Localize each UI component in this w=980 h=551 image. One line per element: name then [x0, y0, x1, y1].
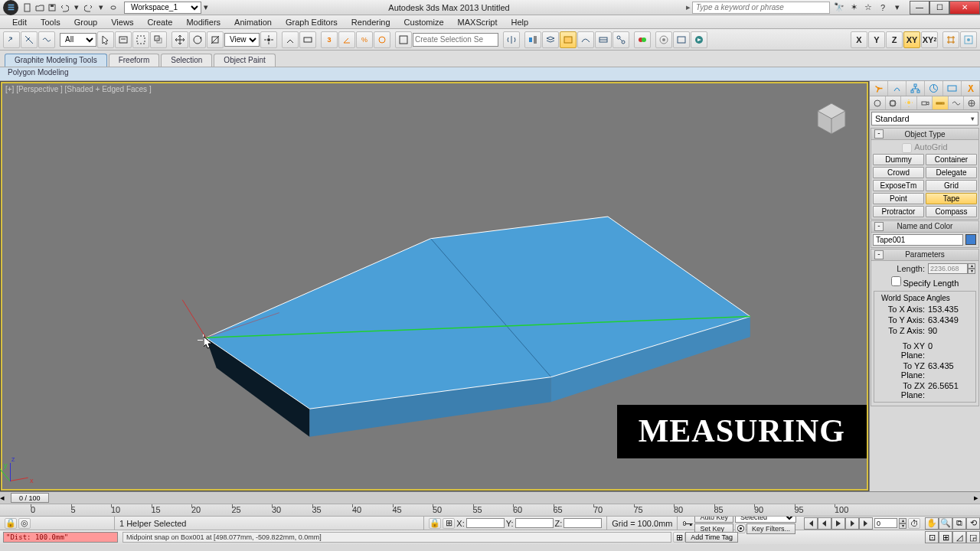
mirror-icon[interactable] [503, 31, 520, 48]
grid-button[interactable]: Grid [926, 180, 977, 191]
container-button[interactable]: Container [926, 154, 977, 165]
axis-z-button[interactable]: Z [886, 31, 903, 48]
move-tool-icon[interactable] [172, 31, 188, 48]
chevron-down-icon[interactable]: ▾ [70, 2, 83, 14]
exchange-icon[interactable]: ✶ [848, 2, 860, 14]
fov-icon[interactable]: ◿ [952, 531, 966, 543]
abs-rel-icon[interactable]: ⊞ [443, 518, 455, 529]
geometry-cat-icon[interactable] [870, 96, 886, 109]
unlink-tool-icon[interactable] [21, 31, 38, 48]
workspace-selector[interactable]: Workspace_1 [124, 2, 201, 14]
open-icon[interactable] [34, 2, 46, 14]
search-input[interactable] [692, 2, 830, 14]
select-region-icon[interactable] [132, 31, 149, 48]
protractor-button[interactable]: Protractor [873, 206, 924, 217]
redo-icon[interactable] [83, 2, 95, 14]
tab-freeform[interactable]: Freeform [109, 54, 160, 67]
menu-animation[interactable]: Animation [228, 17, 278, 28]
save-icon[interactable] [46, 2, 58, 14]
key-filters-button[interactable]: Key Filters... [746, 523, 795, 534]
menu-modifiers[interactable]: Modifiers [180, 17, 227, 28]
chevron-down-icon[interactable]: ▾ [200, 2, 212, 14]
select-object-icon[interactable] [97, 31, 114, 48]
menu-maxscript[interactable]: MAXScript [452, 17, 504, 28]
menu-graph-editors[interactable]: Graph Editors [279, 17, 344, 28]
help-icon[interactable]: ? [877, 2, 889, 14]
menu-create[interactable]: Create [141, 17, 178, 28]
tab-object-paint[interactable]: Object Paint [214, 54, 275, 67]
axis-x-button[interactable]: X [851, 31, 867, 48]
hierarchy-panel-icon[interactable] [906, 81, 925, 96]
delegate-button[interactable]: Delegate [926, 167, 977, 178]
coord-y-input[interactable] [515, 518, 554, 528]
coord-x-input[interactable] [466, 518, 505, 528]
rollout-parameters-header[interactable]: Parameters [871, 249, 979, 261]
axis-y-button[interactable]: Y [868, 31, 885, 48]
time-slider-row[interactable]: ◂ 0 / 100 ▸ [0, 492, 980, 504]
current-frame-input[interactable] [874, 518, 897, 528]
render-frame-icon[interactable] [673, 31, 690, 48]
viewport-perspective[interactable]: [+] [Perspective ] [Shaded + Edged Faces… [1, 82, 868, 491]
crowd-button[interactable]: Crowd [873, 167, 924, 178]
compass-button[interactable]: Compass [926, 206, 977, 217]
zoom-extents-icon[interactable]: ⊡ [925, 531, 939, 543]
specify-length-checkbox[interactable] [891, 276, 901, 286]
snap-toggle-icon[interactable]: 3 [321, 31, 338, 48]
menu-views[interactable]: Views [105, 17, 139, 28]
window-crossing-icon[interactable] [150, 31, 167, 48]
lights-cat-icon[interactable] [901, 96, 917, 109]
selection-filter[interactable]: All [60, 33, 96, 47]
frame-spin-buttons[interactable]: ▴▾ [899, 518, 906, 529]
menu-tools[interactable]: Tools [34, 17, 67, 28]
cameras-cat-icon[interactable] [917, 96, 933, 109]
object-color-swatch[interactable] [965, 234, 976, 245]
display-panel-icon[interactable] [943, 81, 962, 96]
goto-end-icon[interactable] [859, 517, 873, 530]
add-time-tag-button[interactable]: Add Time Tag [685, 532, 738, 543]
favorite-icon[interactable]: ☆ [862, 2, 874, 14]
keyboard-shortcut-icon[interactable] [299, 31, 316, 48]
chevron-down-icon[interactable]: ▾ [95, 2, 107, 14]
tab-selection[interactable]: Selection [161, 54, 212, 67]
goto-start-icon[interactable] [804, 517, 818, 530]
lock-icon[interactable]: 🔒 [429, 518, 441, 529]
sub-ribbon[interactable]: Polygon Modeling [0, 67, 980, 81]
dope-sheet-icon[interactable] [595, 31, 612, 48]
bind-space-warp-icon[interactable] [38, 31, 55, 48]
motion-panel-icon[interactable] [925, 81, 943, 96]
dummy-button[interactable]: Dummy [873, 154, 924, 165]
time-slider[interactable]: 0 / 100 [11, 493, 49, 503]
link-tool-icon[interactable] [3, 31, 20, 48]
isolate-selection-icon[interactable]: ◎ [18, 518, 31, 529]
axis-xy-button[interactable]: XY [903, 31, 920, 48]
close-button[interactable]: ✕ [949, 1, 980, 15]
max-viewport-icon[interactable]: ◲ [966, 531, 980, 543]
link-icon[interactable] [107, 2, 119, 14]
shapes-cat-icon[interactable] [886, 96, 902, 109]
coord-z-input[interactable] [564, 518, 602, 528]
viewcube[interactable] [810, 97, 853, 140]
scale-tool-icon[interactable] [207, 31, 224, 48]
helpers-cat-icon[interactable] [933, 96, 949, 109]
zoom-icon[interactable]: 🔍 [939, 517, 952, 530]
layers-icon[interactable] [542, 31, 559, 48]
orbit-icon[interactable]: ⟲ [966, 517, 980, 530]
snaps-options-icon[interactable] [960, 31, 977, 48]
percent-snap-icon[interactable]: % [356, 31, 373, 48]
axis-xy2-button[interactable]: XY2 [921, 31, 938, 48]
snaps-grid-icon[interactable] [942, 31, 959, 48]
tape-button[interactable]: Tape [926, 193, 977, 204]
time-ruler[interactable]: 0510152025303540455055606570758085909510… [0, 504, 980, 517]
material-editor-icon[interactable] [634, 31, 651, 48]
menu-help[interactable]: Help [505, 17, 535, 28]
layer-manager-icon[interactable] [560, 31, 577, 48]
spinner-snap-icon[interactable] [374, 31, 390, 48]
manipulate-icon[interactable] [282, 31, 299, 48]
new-icon[interactable] [21, 2, 34, 14]
length-spin-buttons[interactable]: ▴▾ [968, 263, 975, 274]
utilities-panel-icon[interactable] [962, 81, 980, 96]
render-icon[interactable] [691, 31, 707, 48]
exposetm-button[interactable]: ExposeTm [873, 180, 924, 191]
lock-selection-icon[interactable]: 🔒 [5, 518, 17, 529]
schematic-view-icon[interactable] [612, 31, 629, 48]
